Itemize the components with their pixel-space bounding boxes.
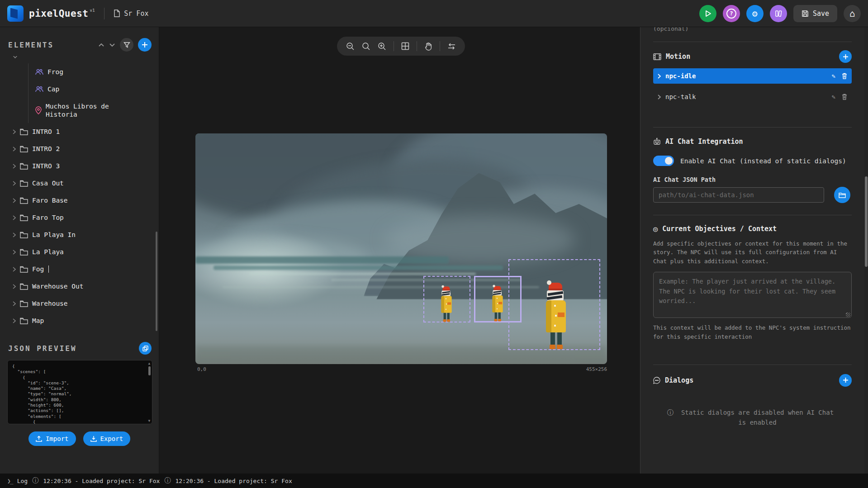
panel-scrollbar[interactable] xyxy=(864,27,868,474)
zoom-out-button[interactable] xyxy=(346,42,355,51)
chevron-right-icon xyxy=(13,284,16,289)
edit-motion-button[interactable]: ✎ xyxy=(832,93,835,100)
help-button[interactable]: ? xyxy=(723,5,740,22)
folder-row-casa-out[interactable]: Casa Out xyxy=(0,175,159,192)
npc-sprite-small-2[interactable] xyxy=(492,286,503,322)
chevron-right-icon xyxy=(13,232,16,237)
json-preview-box[interactable]: { "scenes": [ { "id": "scene-3", "name":… xyxy=(7,360,152,424)
folder-icon xyxy=(20,317,28,324)
folder-icon xyxy=(20,128,28,135)
home-button[interactable]: ⌂ xyxy=(844,5,861,22)
clipped-tree-row xyxy=(0,56,159,63)
tree-row[interactable] xyxy=(0,56,159,63)
chevron-right-icon xyxy=(658,74,661,79)
divider xyxy=(417,41,417,51)
folder-row-la-playa-in[interactable]: La Playa In xyxy=(0,226,159,243)
swap-scene-button[interactable] xyxy=(447,43,456,50)
npc-legs xyxy=(444,313,446,319)
add-motion-button[interactable] xyxy=(839,50,852,63)
tree-row-muchos-libros[interactable]: Muchos Libros de Historia xyxy=(28,98,159,123)
motion-item-npc-idle[interactable]: npc-idle ✎ xyxy=(653,68,852,84)
npc-sprite-large[interactable] xyxy=(545,283,567,351)
scene-viewport[interactable] xyxy=(195,133,607,364)
export-button[interactable]: Export xyxy=(83,431,131,446)
grid-toggle-button[interactable] xyxy=(401,42,409,50)
app-logo xyxy=(7,5,24,22)
chevron-right-icon xyxy=(13,198,16,203)
wave xyxy=(250,273,476,275)
version-label: v1 xyxy=(90,8,95,13)
zoom-reset-button[interactable] xyxy=(362,42,370,51)
folder-row-intro-3[interactable]: INTRO 3 xyxy=(0,157,159,175)
enable-ai-chat-row: Enable AI Chat (instead of static dialog… xyxy=(653,156,852,166)
npc-hat xyxy=(549,283,562,291)
json-preview-header: JSON PREVIEW xyxy=(0,332,159,355)
folder-row-map[interactable]: Map xyxy=(0,312,159,329)
folder-row-warehouse-out[interactable]: Warehouse Out xyxy=(0,278,159,295)
folder-icon xyxy=(20,283,28,290)
npc-legs xyxy=(550,332,555,345)
divider xyxy=(104,8,104,19)
chevron-right-icon xyxy=(13,164,16,169)
copy-json-button[interactable] xyxy=(139,342,152,355)
expand-all-button[interactable] xyxy=(109,43,115,47)
terminal-prompt-icon: ❯_ xyxy=(7,478,13,484)
edit-motion-button[interactable]: ✎ xyxy=(832,72,835,80)
folder-row-la-playa[interactable]: La Playa xyxy=(0,243,159,261)
info-icon: ⓘ xyxy=(32,477,38,485)
folder-row-intro-2[interactable]: INTRO 2 xyxy=(0,140,159,157)
gear-icon: ⚙ xyxy=(752,9,758,18)
ai-chat-toggle[interactable] xyxy=(653,156,674,166)
settings-button[interactable]: ⚙ xyxy=(746,5,764,22)
folder-row-intro-1[interactable]: INTRO 1 xyxy=(0,123,159,140)
map-pin-icon xyxy=(35,106,42,114)
log-label: Log xyxy=(17,478,28,484)
folder-row-faro-top[interactable]: Faro Top xyxy=(0,209,159,226)
ai-chat-path-row xyxy=(653,187,852,203)
motion-item-npc-talk[interactable]: npc-talk ✎ xyxy=(653,89,852,104)
play-button[interactable] xyxy=(699,5,716,22)
browse-file-button[interactable] xyxy=(834,187,850,203)
import-button[interactable]: Import xyxy=(28,431,76,446)
pan-tool-button[interactable] xyxy=(424,42,432,51)
download-icon xyxy=(90,436,97,442)
npc-sprite-small-1[interactable] xyxy=(441,287,452,323)
panel-scrollbar-thumb[interactable] xyxy=(865,176,868,267)
delete-motion-button[interactable] xyxy=(842,94,847,100)
zoom-in-button[interactable] xyxy=(378,42,386,51)
folder-row-warehouse[interactable]: Warehouse xyxy=(0,295,159,312)
folder-row-fog[interactable]: Fog xyxy=(0,261,159,278)
objectives-help-text: Add specific objectives or context for t… xyxy=(653,239,852,265)
elements-header: ELEMENTS xyxy=(0,27,159,56)
ai-chat-path-input[interactable] xyxy=(653,187,824,203)
robot-icon xyxy=(653,138,661,145)
chevron-right-icon xyxy=(13,250,16,255)
add-element-button[interactable] xyxy=(138,38,152,52)
objectives-textarea[interactable] xyxy=(653,272,852,318)
canvas-area: 0,0 455×256 xyxy=(160,27,640,474)
library-button[interactable] xyxy=(770,5,787,22)
collapse-all-button[interactable] xyxy=(98,43,104,47)
tree-row-cap[interactable]: Cap xyxy=(28,81,159,98)
target-icon: ◎ xyxy=(653,224,658,233)
json-preview-title: JSON PREVIEW xyxy=(8,344,77,353)
folder-row-faro-base[interactable]: Faro Base xyxy=(0,192,159,209)
tree-row-frog[interactable]: Frog xyxy=(28,63,159,81)
json-scrollbar[interactable]: ▲▼ xyxy=(147,361,151,423)
tree-scrollbar[interactable] xyxy=(156,232,157,331)
objectives-textarea-wrap xyxy=(653,272,852,320)
delete-motion-button[interactable] xyxy=(842,73,847,79)
folder-icon xyxy=(20,300,28,307)
filter-button[interactable] xyxy=(120,38,133,52)
add-dialog-button[interactable] xyxy=(839,374,852,387)
chevron-right-icon xyxy=(658,95,661,99)
save-button[interactable]: Save xyxy=(793,5,837,22)
objectives-footer-text: This context will be added to the NPC's … xyxy=(653,323,852,341)
chevron-right-icon xyxy=(13,147,16,152)
divider xyxy=(653,42,852,42)
app-title: pixelQuestv1 xyxy=(29,8,95,19)
chevron-right-icon xyxy=(13,181,16,186)
chevron-down-icon xyxy=(13,56,18,58)
resize-grip[interactable] xyxy=(846,313,850,317)
npc-legs xyxy=(495,313,497,319)
